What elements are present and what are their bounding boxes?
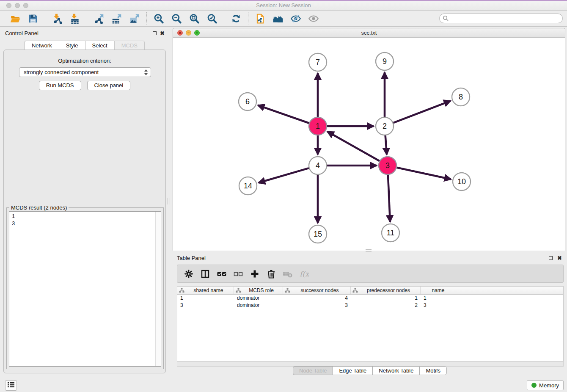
window-titlebar: Session: New Session bbox=[0, 0, 567, 11]
cell-successor-nodes[interactable]: 4 bbox=[283, 295, 351, 302]
splitter-grip-horizontal[interactable] bbox=[366, 249, 372, 252]
import-table-icon[interactable] bbox=[69, 13, 81, 25]
column-header-successor-nodes[interactable]: successor nodes bbox=[283, 287, 351, 294]
graph-edge-4-14[interactable] bbox=[259, 168, 309, 183]
mcds-result-scrollbar[interactable] bbox=[155, 212, 161, 366]
gear-icon[interactable] bbox=[183, 268, 194, 279]
svg-text:f(x): f(x) bbox=[300, 270, 309, 278]
column-header-name[interactable]: name bbox=[421, 287, 456, 294]
close-panel-button[interactable]: Close panel bbox=[87, 81, 131, 90]
graph-edge-3-10[interactable] bbox=[396, 168, 451, 179]
toolbar-group bbox=[87, 13, 146, 25]
graph-edge-2-3[interactable] bbox=[385, 135, 387, 155]
tab-network-table[interactable]: Network Table bbox=[372, 366, 419, 375]
export-network-icon[interactable] bbox=[93, 13, 105, 25]
eye-icon bbox=[308, 13, 319, 25]
graph-node-2[interactable]: 2 bbox=[376, 117, 394, 135]
run-mcds-button[interactable]: Run MCDS bbox=[39, 81, 81, 90]
table-row-1[interactable]: 1dominator411 bbox=[177, 295, 563, 302]
close-panel-icon[interactable]: ✖ bbox=[160, 30, 165, 36]
split-view-icon[interactable] bbox=[200, 268, 211, 279]
control-panel-header: Control Panel ✖ bbox=[0, 29, 169, 38]
network-view-window: ✕ – + scc.txt 1234678910111415 bbox=[173, 28, 565, 251]
main-toolbar bbox=[0, 11, 567, 27]
search-input[interactable] bbox=[439, 14, 563, 23]
refresh-icon[interactable] bbox=[230, 13, 242, 25]
add-icon[interactable] bbox=[249, 268, 260, 279]
cell-predecessor-nodes[interactable]: 1 bbox=[351, 295, 421, 302]
graph-node-9[interactable]: 9 bbox=[376, 52, 394, 70]
column-header-filler bbox=[456, 287, 563, 294]
graph-node-6[interactable]: 6 bbox=[239, 93, 256, 110]
import-network-icon[interactable] bbox=[51, 13, 63, 25]
zoom-in-icon[interactable] bbox=[153, 13, 165, 25]
cell-shared-name[interactable]: 3 bbox=[177, 302, 234, 309]
tab-motifs[interactable]: Motifs bbox=[419, 366, 447, 375]
graph-node-1[interactable]: 1 bbox=[309, 117, 327, 135]
tab-style[interactable]: Style bbox=[59, 41, 85, 50]
homes-icon[interactable] bbox=[272, 13, 284, 25]
table-row-2[interactable]: 3dominator323 bbox=[177, 302, 563, 309]
eye-slash-icon[interactable] bbox=[290, 13, 302, 25]
table-header-row: shared nameMCDS rolesuccessor nodesprede… bbox=[177, 287, 563, 295]
zoom-selected-icon[interactable] bbox=[206, 13, 218, 25]
criterion-dropdown[interactable]: strongly connected component bbox=[19, 67, 151, 77]
column-header-label: name bbox=[432, 287, 444, 293]
graph-node-14[interactable]: 14 bbox=[239, 177, 257, 195]
mcds-result-line: 1 bbox=[12, 213, 158, 220]
memory-button[interactable]: Memory bbox=[527, 380, 564, 390]
table-float-panel-icon[interactable] bbox=[549, 256, 553, 260]
graph-node-7[interactable]: 7 bbox=[309, 53, 327, 71]
cell-predecessor-nodes[interactable]: 2 bbox=[351, 302, 421, 309]
toolbar-group bbox=[248, 13, 325, 25]
graph-edge-1-6[interactable] bbox=[258, 105, 309, 123]
graph-node-10[interactable]: 10 bbox=[453, 173, 471, 190]
export-image-icon[interactable] bbox=[129, 13, 140, 25]
graph-edge-3-11[interactable] bbox=[388, 175, 390, 222]
mcds-tab-content: Optimization criterion: strongly connect… bbox=[3, 50, 166, 373]
table-panel-header: Table Panel ✖ bbox=[173, 254, 567, 263]
select-all-icon[interactable] bbox=[216, 268, 227, 279]
graph-edge-2-8[interactable] bbox=[394, 101, 451, 123]
cell-successor-nodes[interactable]: 3 bbox=[283, 302, 351, 309]
cell-MCDS-role[interactable]: dominator bbox=[234, 302, 283, 309]
column-header-predecessor-nodes[interactable]: predecessor nodes bbox=[351, 287, 421, 294]
tab-select[interactable]: Select bbox=[85, 41, 114, 50]
column-header-shared-name[interactable]: shared name bbox=[177, 287, 234, 294]
tab-network[interactable]: Network bbox=[25, 41, 59, 50]
task-history-button[interactable] bbox=[5, 380, 17, 391]
column-header-label: MCDS role bbox=[243, 287, 274, 293]
graph-node-8[interactable]: 8 bbox=[452, 88, 470, 106]
tab-node-table[interactable]: Node Table bbox=[293, 366, 333, 375]
graph-node-11[interactable]: 11 bbox=[382, 224, 399, 242]
graph-node-4[interactable]: 4 bbox=[309, 157, 327, 174]
svg-text:7: 7 bbox=[316, 58, 320, 66]
trash-icon[interactable] bbox=[266, 268, 277, 279]
table-close-panel-icon[interactable]: ✖ bbox=[557, 255, 562, 261]
zoom-out-icon[interactable] bbox=[171, 13, 182, 25]
svg-text:4: 4 bbox=[316, 161, 320, 170]
tab-edge-table[interactable]: Edge Table bbox=[333, 366, 372, 375]
tab-mcds[interactable]: MCDS bbox=[114, 41, 145, 50]
toolbar-group bbox=[147, 13, 224, 25]
network-canvas[interactable]: 1234678910111415 bbox=[173, 38, 565, 251]
splitter-grip-vertical[interactable] bbox=[168, 198, 170, 204]
save-icon[interactable] bbox=[27, 13, 39, 25]
folder-open-icon[interactable] bbox=[9, 13, 21, 25]
cell-MCDS-role[interactable]: dominator bbox=[234, 295, 283, 302]
cell-shared-name[interactable]: 1 bbox=[177, 295, 234, 302]
graph-node-15[interactable]: 15 bbox=[309, 225, 327, 243]
mcds-result-textarea[interactable]: 13 bbox=[9, 211, 161, 367]
cell-name[interactable]: 1 bbox=[421, 295, 456, 302]
zoom-fit-icon[interactable] bbox=[188, 13, 200, 25]
cell-name[interactable]: 3 bbox=[421, 302, 456, 309]
deselect-all-icon[interactable] bbox=[233, 268, 244, 279]
control-panel-title: Control Panel bbox=[5, 30, 39, 36]
export-table-icon[interactable] bbox=[111, 13, 123, 25]
table-panel: Table Panel ✖ f(x) shared nameMCDS roles… bbox=[173, 253, 567, 377]
graph-node-3[interactable]: 3 bbox=[379, 157, 396, 174]
graph-edge-3-1[interactable] bbox=[328, 132, 380, 161]
column-header-MCDS-role[interactable]: MCDS role bbox=[234, 287, 283, 294]
float-panel-icon[interactable] bbox=[153, 31, 157, 35]
copy-network-icon[interactable] bbox=[254, 13, 266, 25]
